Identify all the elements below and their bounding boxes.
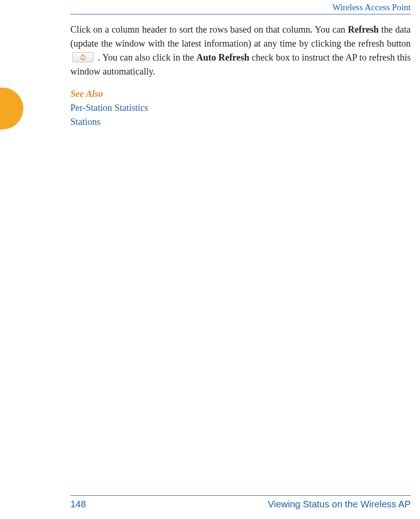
- refresh-icon: [79, 54, 87, 61]
- body-paragraph: Click on a column header to sort the row…: [70, 22, 411, 78]
- see-also-block: See Also Per-Station Statistics Stations: [70, 87, 148, 129]
- refresh-button[interactable]: [72, 52, 94, 62]
- header-rule: [70, 14, 411, 14]
- link-stations[interactable]: Stations: [70, 115, 148, 129]
- link-per-station-statistics[interactable]: Per-Station Statistics: [70, 101, 148, 115]
- side-tab-decoration: [0, 88, 23, 130]
- text-segment: . You can also click in the: [96, 52, 196, 62]
- text-segment: Click on a column header to sort the row…: [70, 24, 348, 34]
- see-also-heading: See Also: [70, 87, 148, 101]
- page-root: Wireless Access Point Click on a column …: [0, 0, 420, 519]
- page-number: 148: [70, 499, 86, 510]
- bold-refresh: Refresh: [348, 24, 379, 34]
- running-head: Wireless Access Point: [332, 2, 411, 13]
- bold-auto-refresh: Auto Refresh: [196, 52, 249, 62]
- footer-rule: [70, 495, 411, 496]
- footer-section-title: Viewing Status on the Wireless AP: [268, 499, 411, 510]
